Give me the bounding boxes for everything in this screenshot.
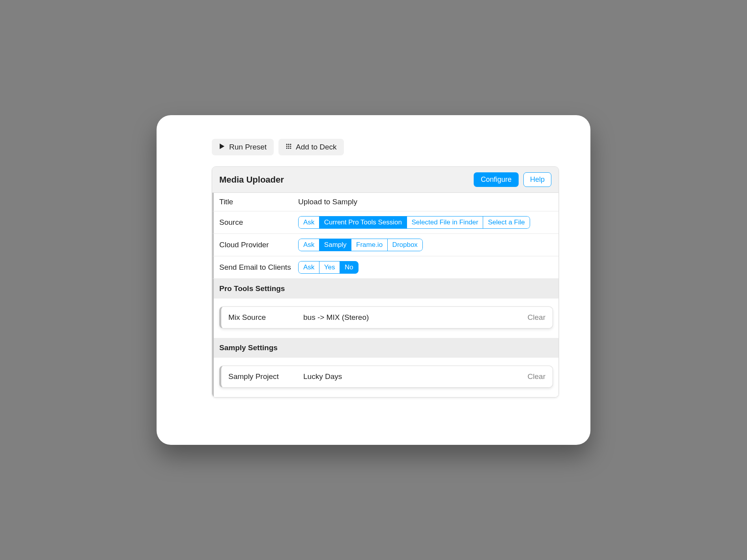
- samply-project-clear-button[interactable]: Clear: [528, 372, 545, 381]
- row-title-value: Upload to Samply: [298, 198, 357, 206]
- toolbar: Run Preset Add to Deck: [212, 139, 559, 155]
- panel-header-actions: Configure Help: [474, 172, 551, 187]
- play-icon: [219, 143, 225, 151]
- panel-title: Media Uploader: [219, 175, 284, 185]
- row-cloud-provider-label: Cloud Provider: [219, 241, 298, 249]
- svg-point-1: [286, 144, 288, 145]
- segmented-source: Ask Current Pro Tools Session Selected F…: [298, 216, 530, 229]
- samply-project-value: Lucky Days: [303, 372, 528, 381]
- source-option-finder-file[interactable]: Selected File in Finder: [407, 216, 484, 229]
- svg-marker-0: [220, 144, 224, 149]
- row-source: Source Ask Current Pro Tools Session Sel…: [212, 211, 558, 234]
- svg-point-4: [286, 146, 288, 147]
- cloud-option-samply[interactable]: Samply: [319, 239, 352, 251]
- email-option-ask[interactable]: Ask: [298, 261, 319, 274]
- section-samply: Samply Settings: [212, 338, 558, 358]
- pro-tools-area: Mix Source bus -> MIX (Stereo) Clear: [212, 299, 558, 338]
- add-to-deck-button[interactable]: Add to Deck: [278, 139, 344, 155]
- segmented-send-email: Ask Yes No: [298, 261, 359, 274]
- mix-source-value: bus -> MIX (Stereo): [303, 313, 528, 322]
- source-option-current-session[interactable]: Current Pro Tools Session: [319, 216, 407, 229]
- mix-source-label: Mix Source: [228, 313, 303, 322]
- source-option-select-file[interactable]: Select a File: [483, 216, 530, 229]
- segmented-cloud-provider: Ask Samply Frame.io Dropbox: [298, 239, 423, 251]
- samply-project-label: Samply Project: [228, 372, 303, 381]
- samply-project-card[interactable]: Samply Project Lucky Days Clear: [219, 366, 553, 388]
- configure-button[interactable]: Configure: [474, 172, 519, 187]
- add-to-deck-label: Add to Deck: [296, 143, 337, 151]
- section-pro-tools: Pro Tools Settings: [212, 279, 558, 299]
- run-preset-label: Run Preset: [229, 143, 267, 151]
- app-window: Run Preset Add to Deck Media Uploader Co…: [157, 115, 590, 445]
- row-title-label: Title: [219, 198, 298, 206]
- row-source-label: Source: [219, 218, 298, 227]
- panel-header: Media Uploader Configure Help: [212, 167, 558, 193]
- media-uploader-panel: Media Uploader Configure Help Title Uplo…: [212, 166, 559, 398]
- email-option-no[interactable]: No: [340, 261, 359, 274]
- row-title: Title Upload to Samply: [212, 193, 558, 211]
- cloud-option-ask[interactable]: Ask: [298, 239, 319, 251]
- run-preset-button[interactable]: Run Preset: [212, 139, 274, 155]
- svg-point-8: [288, 147, 289, 149]
- mix-source-card[interactable]: Mix Source bus -> MIX (Stereo) Clear: [219, 306, 553, 329]
- samply-area: Samply Project Lucky Days Clear: [212, 358, 558, 397]
- help-button[interactable]: Help: [523, 172, 551, 187]
- row-send-email-label: Send Email to Clients: [219, 263, 298, 272]
- cloud-option-dropbox[interactable]: Dropbox: [387, 239, 423, 251]
- row-send-email: Send Email to Clients Ask Yes No: [212, 256, 558, 279]
- row-cloud-provider: Cloud Provider Ask Samply Frame.io Dropb…: [212, 234, 558, 256]
- svg-point-3: [290, 144, 291, 145]
- svg-point-2: [288, 144, 289, 145]
- grid-icon: [286, 143, 292, 151]
- mix-source-clear-button[interactable]: Clear: [528, 313, 545, 322]
- svg-point-6: [290, 146, 291, 147]
- svg-point-9: [290, 147, 291, 149]
- svg-point-5: [288, 146, 289, 147]
- source-option-ask[interactable]: Ask: [298, 216, 319, 229]
- svg-point-7: [286, 147, 288, 149]
- cloud-option-frameio[interactable]: Frame.io: [351, 239, 388, 251]
- email-option-yes[interactable]: Yes: [319, 261, 340, 274]
